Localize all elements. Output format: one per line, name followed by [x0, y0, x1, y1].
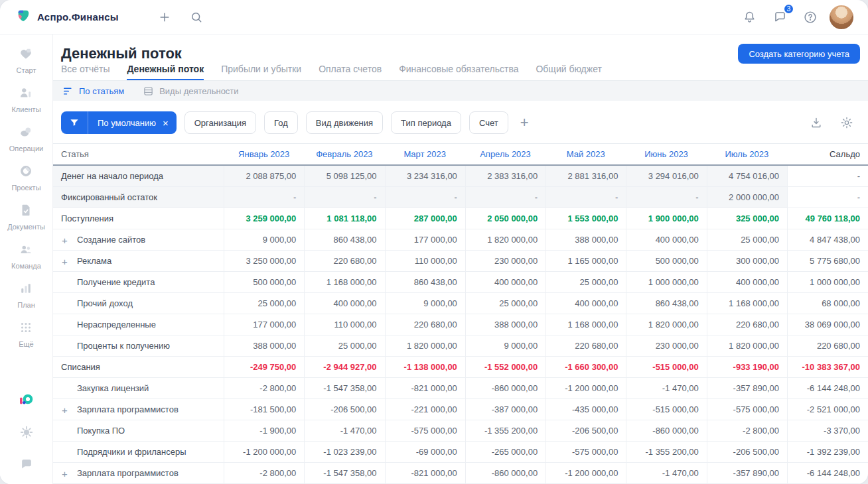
- filter-chip-4[interactable]: Счет: [469, 111, 508, 134]
- value-cell: -249 750,00: [224, 357, 304, 377]
- active-filter-pill[interactable]: По умолчанию ×: [61, 111, 177, 134]
- bell-icon[interactable]: [738, 6, 760, 29]
- table-row: +Зарплата программистов-181 500,00-206 5…: [53, 399, 868, 420]
- value-cell: 1 168 000,00: [707, 293, 787, 314]
- value-cell: -1 660 300,00: [545, 357, 626, 377]
- row-label: Закупка лицензий: [53, 378, 224, 398]
- value-cell: -: [545, 187, 626, 208]
- sidebar-item-operations[interactable]: Операции: [7, 125, 45, 152]
- value-cell: 9 000,00: [385, 293, 465, 314]
- team-icon: [19, 242, 33, 259]
- row-label: Покупка ПО: [53, 420, 224, 441]
- value-cell: -1 552 000,00: [465, 357, 545, 377]
- aspro-apps-icon[interactable]: [17, 391, 36, 410]
- row-label-text: Поступления: [61, 213, 113, 223]
- saldo-cell: -: [787, 166, 868, 186]
- row-label[interactable]: +Зарплата программистов: [53, 399, 224, 420]
- tab-2[interactable]: Прибыли и убытки: [221, 64, 301, 80]
- column-header-month-3[interactable]: Апрель 2023: [465, 149, 545, 159]
- avatar[interactable]: [830, 5, 853, 29]
- row-label-text: Проценты к получению: [77, 341, 170, 351]
- sidebar-item-documents[interactable]: Документы: [7, 203, 45, 231]
- value-cell: 1 820 000,00: [707, 335, 787, 356]
- sidebar-settings-icon[interactable]: [17, 423, 36, 442]
- row-label[interactable]: +Реклама: [53, 251, 224, 271]
- tab-4[interactable]: Финансовые обязательства: [399, 64, 518, 80]
- clear-filter-icon[interactable]: ×: [161, 111, 177, 134]
- filter-chip-3[interactable]: Тип периода: [391, 111, 461, 134]
- value-cell: -69 000,00: [385, 442, 465, 462]
- add-icon[interactable]: [153, 6, 176, 29]
- value-cell: 2 000 000,00: [707, 187, 787, 208]
- sidebar-item-projects[interactable]: Проекты: [7, 164, 45, 192]
- table-row: Прочий доход25 000,00400 000,009 000,002…: [53, 293, 868, 314]
- value-cell: -2 800,00: [707, 420, 787, 441]
- row-label-text: Реклама: [77, 256, 111, 266]
- tab-cash-flow[interactable]: Денежный поток: [127, 64, 204, 80]
- filter-chip-0[interactable]: Организация: [184, 111, 256, 134]
- value-cell: -: [385, 187, 465, 208]
- create-category-button[interactable]: Создать категорию учета: [738, 44, 860, 64]
- row-label[interactable]: +Зарплата программистов: [53, 463, 224, 483]
- table-row: +Реклама3 250 000,00220 680,00110 000,00…: [53, 251, 868, 272]
- subtab-0[interactable]: По статьям: [62, 86, 124, 97]
- sidebar-item-clients[interactable]: Клиенты: [7, 86, 45, 113]
- value-cell: -: [224, 187, 304, 208]
- tab-5[interactable]: Общий бюджет: [536, 64, 601, 80]
- sidebar-chat-icon[interactable]: [17, 455, 36, 473]
- expand-plus-icon[interactable]: +: [62, 234, 68, 245]
- expand-plus-icon[interactable]: +: [62, 404, 68, 415]
- value-cell: 1 165 000,00: [545, 251, 626, 271]
- tab-0[interactable]: Все отчёты: [61, 64, 109, 80]
- table-settings-icon[interactable]: [839, 115, 855, 131]
- sidebar-item-plan[interactable]: План: [7, 281, 45, 309]
- value-cell: 500 000,00: [224, 272, 304, 292]
- row-label-text: Закупка лицензий: [77, 383, 149, 393]
- row-label: Поступления: [53, 208, 224, 229]
- table-row: Фиксированный остаток------2 000 000,00-: [53, 187, 868, 208]
- add-filter-icon[interactable]: +: [520, 115, 529, 130]
- download-icon[interactable]: [808, 115, 824, 131]
- column-header-month-5[interactable]: Июнь 2023: [626, 149, 706, 159]
- row-label: Получение кредита: [53, 272, 224, 292]
- row-label-text: Получение кредита: [77, 277, 155, 287]
- sidebar-item-label: Операции: [9, 145, 43, 152]
- tab-3[interactable]: Оплата счетов: [319, 64, 382, 80]
- value-cell: 110 000,00: [385, 251, 465, 271]
- value-cell: -2 800,00: [224, 378, 304, 398]
- value-cell: 25 000,00: [465, 293, 545, 314]
- filter-chip-2[interactable]: Вид движения: [306, 111, 383, 134]
- saldo-cell: 68 000,00: [787, 293, 868, 314]
- help-icon[interactable]: [799, 6, 822, 29]
- row-label[interactable]: +Создание сайтов: [53, 229, 224, 250]
- search-icon[interactable]: [185, 6, 208, 29]
- saldo-cell: -2 521 000,00: [787, 399, 868, 420]
- filter-chip-1[interactable]: Год: [264, 111, 298, 134]
- sidebar-item-start[interactable]: Старт: [7, 46, 45, 74]
- sidebar-item-more[interactable]: Ещё: [7, 320, 45, 348]
- value-cell: -1 900,00: [224, 420, 304, 441]
- column-header-month-1[interactable]: Февраль 2023: [304, 149, 384, 159]
- expand-plus-icon[interactable]: +: [62, 467, 68, 479]
- column-header-month-4[interactable]: Май 2023: [545, 149, 626, 159]
- value-cell: -515 000,00: [626, 357, 706, 377]
- row-label-text: Подрядчики и фрилансеры: [77, 447, 186, 457]
- expand-plus-icon[interactable]: +: [62, 255, 68, 267]
- row-label-text: Прочий доход: [77, 298, 133, 308]
- value-cell: 388 000,00: [465, 314, 545, 335]
- subtab-1[interactable]: Виды деятельности: [143, 86, 238, 97]
- value-cell: -1 547 358,00: [304, 378, 384, 398]
- value-cell: 25 000,00: [707, 229, 787, 250]
- value-cell: -387 000,00: [465, 399, 545, 420]
- value-cell: 400 000,00: [545, 293, 626, 314]
- value-cell: 1 553 000,00: [545, 208, 626, 229]
- value-cell: -357 890,00: [707, 378, 787, 398]
- column-header-month-6[interactable]: Июль 2023: [707, 149, 787, 159]
- column-header-month-0[interactable]: Январь 2023: [224, 149, 304, 159]
- brand[interactable]: Аспро.Финансы: [16, 9, 119, 26]
- value-cell: -575 000,00: [707, 399, 787, 420]
- column-header-month-2[interactable]: Март 2023: [385, 149, 465, 159]
- value-cell: -933 190,00: [707, 357, 787, 377]
- sidebar-item-team[interactable]: Команда: [7, 242, 45, 270]
- messages-icon[interactable]: 3: [768, 6, 791, 29]
